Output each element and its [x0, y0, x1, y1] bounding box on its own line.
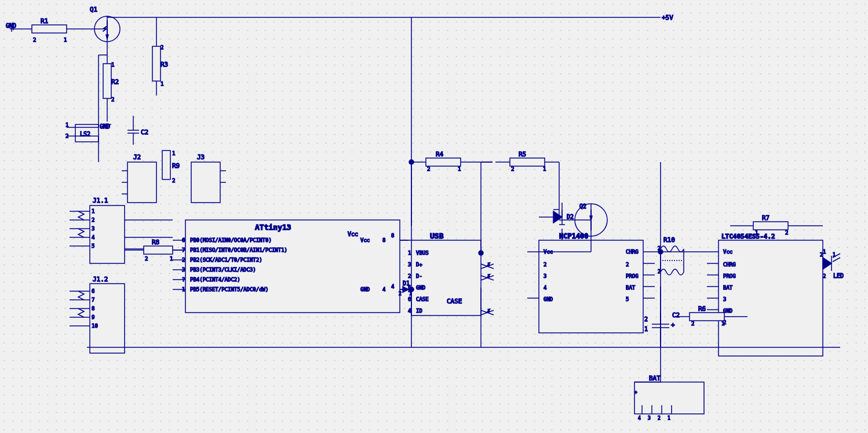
svg-text:1: 1 — [408, 250, 411, 256]
svg-text:1: 1 — [170, 256, 173, 262]
svg-text:PROG: PROG — [626, 273, 639, 279]
svg-text:6: 6 — [92, 288, 94, 294]
svg-text:R9: R9 — [172, 162, 180, 170]
svg-text:2: 2 — [408, 273, 411, 279]
svg-text:Vcc: Vcc — [723, 249, 732, 255]
svg-text:Q2: Q2 — [579, 203, 586, 210]
svg-point-291 — [658, 249, 663, 254]
svg-rect-239 — [753, 222, 788, 230]
svg-text:R6: R6 — [698, 305, 706, 313]
svg-text:1: 1 — [458, 166, 461, 172]
svg-text:2: 2 — [544, 262, 546, 267]
svg-rect-104 — [185, 220, 400, 313]
svg-text:4: 4 — [408, 308, 411, 314]
svg-text:4: 4 — [391, 284, 394, 289]
svg-text:2: 2 — [161, 45, 163, 50]
svg-text:D+: D+ — [416, 262, 422, 267]
schematic-container: +5V GND R1 2 1 ⚡ Q1 — [0, 0, 868, 433]
svg-rect-66 — [191, 162, 220, 203]
svg-text:C2: C2 — [141, 129, 148, 136]
svg-text:2: 2 — [145, 256, 148, 262]
svg-rect-258 — [634, 382, 704, 414]
svg-text:2: 2 — [172, 178, 175, 184]
svg-text:2: 2 — [33, 37, 36, 43]
svg-rect-161 — [426, 158, 461, 166]
svg-text:2: 2 — [644, 316, 648, 322]
svg-text:GND: GND — [6, 23, 16, 29]
svg-text:Vcc: Vcc — [360, 237, 370, 243]
5v-label: +5V — [662, 14, 673, 21]
svg-text:+: + — [671, 321, 675, 329]
svg-text:2: 2 — [511, 166, 514, 172]
svg-rect-245 — [690, 313, 724, 321]
svg-text:Q1: Q1 — [90, 6, 97, 13]
svg-text:1: 1 — [161, 81, 163, 87]
svg-text:2: 2 — [823, 273, 826, 279]
svg-text:2: 2 — [658, 416, 661, 421]
svg-rect-2 — [0, 0, 868, 433]
svg-rect-167 — [510, 158, 545, 166]
svg-text:VBUS: VBUS — [416, 250, 429, 256]
svg-point-289 — [409, 160, 414, 164]
svg-text:3: 3 — [648, 416, 651, 421]
svg-text:1: 1 — [64, 37, 67, 43]
svg-point-290 — [479, 251, 483, 255]
svg-point-292 — [409, 287, 414, 292]
svg-text:1: 1 — [111, 62, 114, 68]
svg-text:GND: GND — [360, 287, 370, 292]
svg-text:2: 2 — [399, 291, 402, 296]
svg-text:8: 8 — [382, 237, 385, 243]
svg-text:+: + — [634, 390, 637, 395]
svg-rect-61 — [127, 162, 156, 203]
svg-text:GND: GND — [544, 296, 553, 302]
svg-text:1: 1 — [172, 151, 175, 156]
svg-text:4: 4 — [92, 234, 94, 240]
svg-text:R7: R7 — [762, 214, 769, 222]
svg-text:2: 2 — [820, 252, 823, 258]
svg-rect-39 — [152, 46, 161, 81]
svg-rect-86 — [90, 284, 125, 353]
svg-text:7: 7 — [92, 297, 94, 303]
svg-text:USB: USB — [430, 232, 444, 240]
svg-text:LTC4054ES5-4.2: LTC4054ES5-4.2 — [721, 233, 775, 240]
svg-text:D-: D- — [416, 273, 422, 279]
svg-text:5: 5 — [92, 243, 94, 249]
svg-text:R10: R10 — [663, 236, 675, 244]
svg-text:1: 1 — [755, 230, 758, 236]
svg-text:Vcc: Vcc — [348, 231, 358, 237]
svg-text:PROG: PROG — [723, 273, 736, 279]
svg-text:BAT: BAT — [626, 285, 636, 291]
svg-text:2: 2 — [427, 166, 430, 172]
svg-text:1: 1 — [823, 249, 826, 255]
svg-text:2: 2 — [691, 321, 694, 326]
case-label: CASE — [447, 298, 462, 305]
svg-text:10: 10 — [92, 323, 98, 329]
svg-text:1: 1 — [644, 326, 648, 332]
svg-text:BAT: BAT — [649, 375, 661, 382]
svg-rect-221 — [719, 240, 823, 356]
svg-text:3: 3 — [723, 296, 726, 302]
svg-text:CHRG: CHRG — [626, 249, 639, 255]
svg-text:2: 2 — [92, 217, 94, 223]
svg-text:ID: ID — [416, 308, 422, 314]
svg-text:8: 8 — [92, 306, 94, 311]
svg-rect-98 — [144, 246, 173, 254]
svg-text:4: 4 — [382, 287, 385, 292]
svg-text:5: 5 — [626, 296, 629, 302]
svg-text:R4: R4 — [436, 151, 444, 158]
svg-text:3: 3 — [408, 262, 411, 267]
svg-text:2: 2 — [111, 97, 114, 102]
svg-text:1: 1 — [833, 252, 836, 258]
svg-text:4: 4 — [638, 416, 641, 421]
svg-text:D2: D2 — [567, 214, 574, 220]
svg-rect-10 — [32, 25, 67, 33]
svg-rect-70 — [162, 151, 170, 179]
svg-text:J2: J2 — [133, 153, 141, 161]
svg-text:J1.1: J1.1 — [93, 197, 108, 204]
svg-text:J1.2: J1.2 — [93, 276, 108, 283]
svg-text:ATtiny13: ATtiny13 — [255, 223, 291, 232]
svg-text:J3: J3 — [197, 153, 205, 161]
svg-text:BAT: BAT — [723, 285, 733, 291]
svg-text:1: 1 — [543, 166, 546, 172]
svg-rect-74 — [90, 206, 125, 263]
